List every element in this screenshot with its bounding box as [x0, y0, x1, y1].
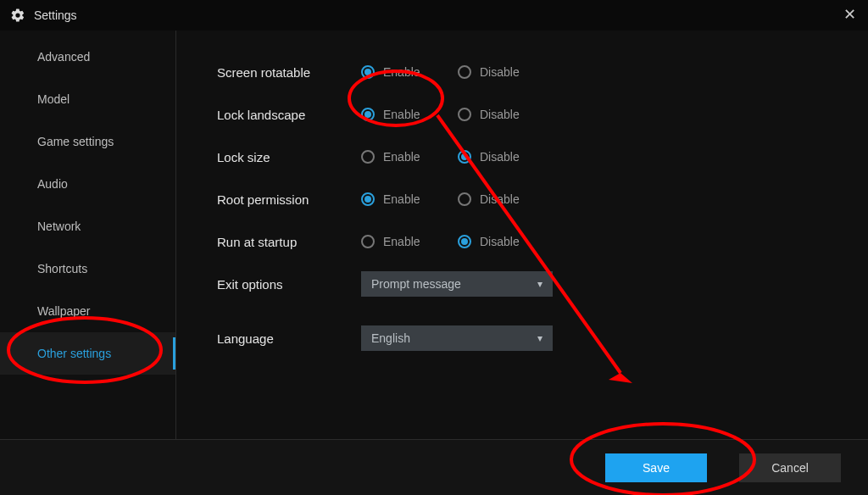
row-screen-rotatable: Screen rotatable Enable Disable — [217, 51, 848, 93]
radio-group-lock-size: Enable Disable — [361, 150, 554, 164]
radio-label: Enable — [383, 192, 420, 206]
radio-icon — [361, 108, 375, 121]
radio-label: Disable — [480, 65, 520, 79]
close-icon[interactable]: ✕ — [843, 7, 856, 22]
radio-icon — [458, 108, 471, 121]
row-language: Language English ▾ — [217, 317, 848, 359]
titlebar: Settings ✕ — [0, 0, 868, 31]
radio-group-screen-rotatable: Enable Disable — [361, 65, 554, 79]
radio-group-lock-landscape: Enable Disable — [361, 108, 554, 121]
radio-screen-rotatable-enable[interactable]: Enable — [361, 65, 458, 79]
radio-icon — [458, 150, 471, 164]
radio-label: Disable — [480, 108, 520, 121]
radio-root-permission-enable[interactable]: Enable — [361, 192, 458, 206]
row-root-permission: Root permission Enable Disable — [217, 178, 848, 220]
radio-group-run-at-startup: Enable Disable — [361, 235, 554, 248]
row-lock-landscape: Lock landscape Enable Disable — [217, 93, 848, 136]
radio-icon — [361, 235, 375, 248]
settings-content: Screen rotatable Enable Disable Lock lan… — [176, 31, 868, 439]
sidebar-item-network[interactable]: Network — [0, 205, 175, 248]
setting-label: Root permission — [217, 192, 361, 207]
radio-label: Disable — [480, 235, 520, 248]
body: Advanced Model Game settings Audio Netwo… — [0, 31, 868, 439]
save-button[interactable]: Save — [605, 453, 707, 482]
radio-icon — [361, 65, 375, 79]
chevron-down-icon: ▾ — [537, 278, 542, 290]
button-label: Save — [643, 461, 670, 475]
setting-label: Lock landscape — [217, 108, 361, 122]
radio-root-permission-disable[interactable]: Disable — [458, 192, 554, 206]
row-lock-size: Lock size Enable Disable — [217, 136, 848, 178]
row-exit-options: Exit options Prompt message ▾ — [217, 263, 848, 305]
setting-label: Language — [217, 331, 361, 346]
select-value: Prompt message — [371, 277, 461, 291]
radio-run-at-startup-enable[interactable]: Enable — [361, 235, 458, 248]
sidebar: Advanced Model Game settings Audio Netwo… — [0, 31, 176, 439]
radio-icon — [361, 150, 375, 164]
radio-run-at-startup-disable[interactable]: Disable — [458, 235, 554, 248]
radio-label: Enable — [383, 108, 420, 121]
radio-group-root-permission: Enable Disable — [361, 192, 554, 206]
gear-icon — [10, 8, 25, 23]
sidebar-item-label: Shortcuts — [37, 262, 87, 275]
radio-lock-size-enable[interactable]: Enable — [361, 150, 458, 164]
sidebar-item-game[interactable]: Game settings — [0, 120, 175, 163]
button-label: Cancel — [771, 461, 809, 475]
setting-label: Exit options — [217, 277, 361, 292]
setting-label: Run at startup — [217, 235, 361, 249]
sidebar-item-label: Model — [37, 92, 70, 106]
footer: Save Cancel — [0, 439, 868, 495]
sidebar-item-label: Wallpaper — [37, 304, 91, 318]
radio-label: Disable — [480, 150, 520, 164]
sidebar-item-other-settings[interactable]: Other settings — [0, 332, 175, 375]
setting-label: Lock size — [217, 150, 361, 164]
radio-lock-size-disable[interactable]: Disable — [458, 150, 554, 164]
window-title: Settings — [34, 8, 77, 22]
select-language[interactable]: English ▾ — [361, 325, 553, 351]
radio-label: Enable — [383, 150, 420, 164]
radio-icon — [458, 235, 471, 248]
sidebar-item-audio[interactable]: Audio — [0, 163, 175, 205]
sidebar-item-advanced[interactable]: Advanced — [0, 36, 175, 78]
cancel-button[interactable]: Cancel — [739, 453, 841, 482]
radio-icon — [458, 192, 471, 206]
settings-window: Settings ✕ Advanced Model Game settings … — [0, 0, 868, 495]
row-run-at-startup: Run at startup Enable Disable — [217, 220, 848, 263]
select-exit-options[interactable]: Prompt message ▾ — [361, 271, 553, 297]
sidebar-item-label: Audio — [37, 177, 68, 191]
sidebar-item-shortcuts[interactable]: Shortcuts — [0, 248, 175, 290]
setting-label: Screen rotatable — [217, 65, 361, 80]
radio-label: Disable — [480, 192, 520, 206]
sidebar-item-label: Network — [37, 220, 81, 233]
radio-lock-landscape-enable[interactable]: Enable — [361, 108, 458, 121]
sidebar-item-label: Advanced — [37, 50, 90, 64]
radio-lock-landscape-disable[interactable]: Disable — [458, 108, 554, 121]
radio-screen-rotatable-disable[interactable]: Disable — [458, 65, 554, 79]
radio-label: Enable — [383, 65, 420, 79]
radio-label: Enable — [383, 235, 420, 248]
radio-icon — [458, 65, 471, 79]
select-value: English — [371, 331, 410, 345]
sidebar-item-label: Other settings — [37, 347, 111, 360]
radio-icon — [361, 192, 375, 206]
sidebar-item-model[interactable]: Model — [0, 78, 175, 120]
chevron-down-icon: ▾ — [537, 332, 542, 344]
sidebar-item-label: Game settings — [37, 135, 114, 148]
sidebar-item-wallpaper[interactable]: Wallpaper — [0, 290, 175, 332]
